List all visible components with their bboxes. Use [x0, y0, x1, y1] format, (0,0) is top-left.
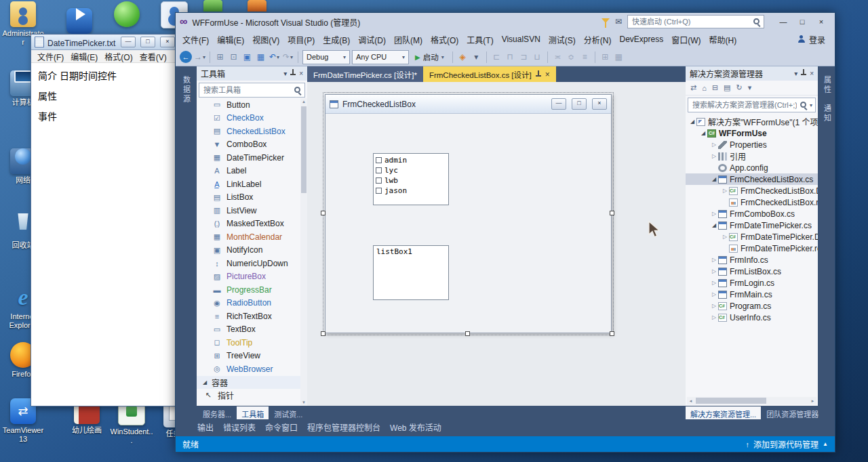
window-position-icon[interactable]: ▾	[794, 70, 797, 77]
solution-explorer-dock-tab[interactable]: 解决方案资源管理...	[686, 406, 761, 419]
toolbox-item[interactable]: ▦ DateTimePicker	[197, 151, 300, 165]
toolbox-item[interactable]: ◉ RadioButton	[197, 297, 300, 310]
expander-icon[interactable]	[710, 153, 718, 159]
toolbox-item[interactable]: ▦ MonthCalendar	[197, 230, 300, 244]
expander-icon[interactable]	[710, 291, 718, 297]
notepad-menu-item[interactable]: 格式(O)	[101, 51, 136, 62]
toolbar-icon-align-top[interactable]: ⊓	[505, 51, 516, 63]
toolbar-icon-align-right[interactable]: ⊐	[518, 51, 530, 63]
desktop-icon-browser360[interactable]	[105, 1, 149, 27]
expander-icon[interactable]	[710, 303, 718, 309]
solution-explorer-search[interactable]: ▾	[688, 98, 816, 112]
notepad-menu-item[interactable]: 文件(F)	[34, 51, 67, 62]
toolbox-item[interactable]: ▬ ProgressBar	[197, 283, 300, 297]
toolbar-icon-spacing[interactable]: ≡	[579, 51, 591, 63]
tree-item[interactable]: 解决方案"WFFormUse"(1 个项目)	[686, 116, 818, 127]
notepad-minimize-button[interactable]: —	[121, 37, 136, 47]
toolbox-search[interactable]	[199, 83, 305, 98]
resize-handle-bottom-left[interactable]	[321, 331, 326, 336]
solution-platforms-dropdown[interactable]: Any CPU ▾	[352, 50, 409, 64]
designer-surface[interactable]: FrmCheckedListBox — □ × admin	[307, 82, 686, 406]
bottom-autohide-tab[interactable]: 程序包管理器控制台	[307, 421, 380, 433]
pin-icon[interactable]	[536, 70, 541, 78]
solution-explorer-toolbar-icon-view-caret[interactable]: ▾	[748, 83, 752, 92]
notepad-close-button[interactable]: ×	[160, 37, 175, 47]
resize-handle-right[interactable]	[610, 211, 614, 215]
desktop-icon-partial-peek-orange[interactable]	[248, 0, 267, 12]
menu-item[interactable]: 视图(V)	[248, 34, 283, 45]
designed-form[interactable]: FrmCheckedListBox — □ × admin	[325, 94, 612, 333]
resize-handle-bottom-right[interactable]	[610, 331, 614, 336]
toolbox-dock-tab[interactable]: 测试资...	[269, 406, 307, 419]
toolbar-icon-new-item[interactable]: ⊞	[214, 51, 226, 63]
tree-item[interactable]: Properties	[686, 139, 818, 150]
tree-item[interactable]: Program.cs	[686, 300, 818, 312]
toolbox-item[interactable]: A Label	[197, 165, 300, 178]
bottom-autohide-tab[interactable]: 命令窗口	[265, 421, 298, 433]
checkedlistbox-control[interactable]: admin lyc lwb	[373, 153, 449, 205]
tree-item[interactable]: FrmCheckedListBox.cs	[686, 173, 818, 185]
toolbox-dock-tab[interactable]: 服务器...	[198, 406, 236, 419]
tree-item[interactable]: 引用	[686, 150, 818, 162]
toolbar-icon-same-width[interactable]: ≍	[552, 51, 564, 63]
toolbar-icon[interactable]	[547, 51, 548, 63]
toolbox-item[interactable]: ▭ Button	[197, 98, 300, 112]
desktop-icon-partial-peek-green[interactable]	[203, 0, 222, 12]
scroll-up-icon[interactable]: ▲	[300, 98, 307, 105]
toolbox-item[interactable]: ☑ CheckBox	[197, 112, 300, 125]
menu-item[interactable]: 文件(F)	[178, 34, 213, 45]
navigate-forward-button[interactable]: → ▾	[194, 52, 205, 62]
menu-item[interactable]: 格式(O)	[427, 34, 462, 45]
bottom-autohide-tab[interactable]: 错误列表	[223, 421, 256, 433]
toolbox-scrollbar[interactable]: ▲ ▼	[300, 98, 307, 406]
document-tab[interactable]: FrmCheckedListBox.cs [设计]	[423, 66, 556, 82]
expander-icon[interactable]	[710, 176, 718, 182]
toolbox-item[interactable]: ≡ RichTextBox	[197, 310, 300, 323]
solution-explorer-search-input[interactable]	[691, 100, 798, 110]
menu-item[interactable]: DevExpress	[615, 35, 667, 44]
close-icon[interactable]: ×	[810, 70, 814, 77]
tree-item[interactable]: FrmDateTimePicker.res...	[686, 243, 818, 254]
tree-item[interactable]: FrmDateTimePicker.cs	[686, 219, 818, 231]
toolbar-icon-save[interactable]: ▣	[241, 51, 253, 63]
toolbox-item[interactable]: (.) MaskedTextBox	[197, 217, 300, 231]
visualsvn-filter-icon[interactable]	[601, 18, 610, 23]
vs-maximize-button[interactable]: □	[793, 15, 812, 28]
tree-item[interactable]: FrmListBox.cs	[686, 266, 818, 277]
scroll-down-icon[interactable]: ▼	[300, 399, 307, 406]
menu-item[interactable]: 测试(S)	[545, 34, 580, 45]
toolbox-item[interactable]: ⊞ TreeView	[197, 350, 300, 363]
tree-item[interactable]: FrmComboBox.cs	[686, 208, 818, 219]
menu-item[interactable]: 工具(T)	[462, 34, 497, 45]
toolbox-item[interactable]: ▤ CheckedListBox	[197, 125, 300, 138]
tree-item[interactable]: FrmCheckedListBox.Des...	[686, 185, 818, 196]
menu-item[interactable]: VisualSVN	[498, 35, 545, 44]
vs-minimize-button[interactable]: —	[774, 15, 793, 28]
solution-explorer-toolbar-icon-sync-with-active-document[interactable]: ⇄	[690, 83, 696, 92]
toolbox-header[interactable]: 工具箱 ▾ ×	[197, 66, 307, 81]
autohide-right-tab[interactable]: 属性	[822, 76, 833, 95]
menu-item[interactable]: 帮助(H)	[705, 34, 741, 45]
pin-icon[interactable]	[290, 69, 296, 78]
redo-button[interactable]: ↷ ▾	[282, 51, 294, 63]
tree-item[interactable]: FrmLogin.cs	[686, 277, 818, 289]
bottom-autohide-tab[interactable]: 输出	[197, 421, 214, 433]
feedback-icon[interactable]: ✉	[615, 17, 622, 26]
toolbar-icon-align-left[interactable]: ⊏	[491, 51, 502, 63]
tree-item[interactable]: FrmDateTimePicker.Des...	[686, 231, 818, 243]
listbox-control[interactable]: listBox1	[373, 245, 449, 300]
menu-item[interactable]: 项目(P)	[283, 34, 319, 45]
toolbox-item[interactable]: ↕ NumericUpDown	[197, 257, 300, 270]
expander-icon[interactable]	[710, 257, 718, 263]
toolbar-icon[interactable]	[595, 51, 595, 63]
toolbox-item[interactable]: ▤ ListBox	[197, 191, 300, 205]
toolbar-icon-same-size[interactable]: ≎	[566, 51, 577, 63]
toolbar-icon-save-all[interactable]: ▦	[255, 51, 267, 63]
menu-item[interactable]: 团队(M)	[390, 34, 427, 45]
checkedlistbox-item[interactable]: lyc	[374, 165, 448, 175]
expander-icon[interactable]	[721, 234, 729, 240]
pin-icon[interactable]	[801, 69, 806, 78]
toolbox-search-input[interactable]	[202, 85, 292, 95]
scroll-left-icon[interactable]: ◄	[687, 399, 694, 403]
expander-icon[interactable]	[710, 222, 718, 228]
